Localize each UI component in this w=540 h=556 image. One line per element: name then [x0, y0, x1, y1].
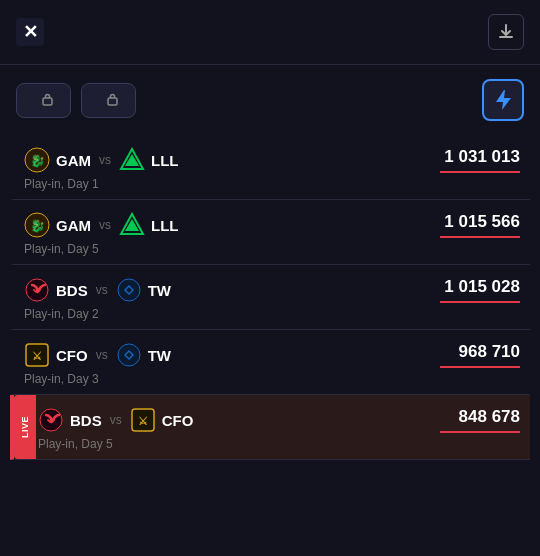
match-teams: 🐉 GAM vs LLL	[24, 212, 179, 238]
app-logo: ✕	[16, 18, 44, 46]
viewers-count: 848 678	[459, 407, 520, 427]
team2-logo	[116, 342, 142, 368]
match-row[interactable]: 🐉 GAM vs LLL 1 015 566 Play-in, Day 5	[10, 200, 530, 265]
match-row-inner: ⚔ CFO vs TW 968 710 Play-in, Day 3	[24, 342, 520, 386]
download-button[interactable]	[488, 14, 524, 50]
svg-text:⚔: ⚔	[138, 415, 148, 427]
svg-rect-3	[108, 98, 117, 105]
team2-name: CFO	[162, 412, 194, 429]
vs-label: vs	[96, 348, 108, 362]
match-day: Play-in, Day 2	[24, 307, 99, 321]
team2-name: LLL	[151, 152, 179, 169]
svg-marker-11	[125, 219, 139, 231]
match-row[interactable]: LIVE BDS vs ⚔ CFO 848 678	[10, 395, 530, 460]
match-row[interactable]: 🐉 GAM vs LLL 1 031 013 Play-in, Day 1	[10, 135, 530, 200]
team1-logo: 🐉	[24, 147, 50, 173]
viewers-bar	[440, 366, 520, 368]
match-day: Play-in, Day 1	[24, 177, 99, 191]
team1-name: BDS	[70, 412, 102, 429]
match-day: Play-in, Day 5	[24, 242, 99, 256]
svg-text:🐉: 🐉	[30, 153, 45, 168]
match-meta: Play-in, Day 5	[38, 437, 520, 451]
team1-logo: 🐉	[24, 212, 50, 238]
header: ✕	[0, 0, 540, 65]
vs-label: vs	[96, 283, 108, 297]
svg-marker-7	[125, 154, 139, 166]
match-meta: Play-in, Day 2	[24, 307, 520, 321]
viewers-count: 968 710	[459, 342, 520, 362]
match-day: Play-in, Day 3	[24, 372, 99, 386]
match-row-inner: 🐉 GAM vs LLL 1 031 013 Play-in, Day 1	[24, 147, 520, 191]
team2-logo: ⚔	[130, 407, 156, 433]
team2-name: TW	[148, 347, 171, 364]
match-list: 🐉 GAM vs LLL 1 031 013 Play-in, Day 1	[0, 135, 540, 460]
app-container: ✕	[0, 0, 540, 556]
team2-name: TW	[148, 282, 171, 299]
team1-name: BDS	[56, 282, 88, 299]
lightning-button[interactable]	[482, 79, 524, 121]
language-filter[interactable]	[16, 83, 71, 118]
match-meta: Play-in, Day 3	[24, 372, 520, 386]
match-teams: BDS vs ⚔ CFO	[38, 407, 193, 433]
team1-logo	[38, 407, 64, 433]
match-row[interactable]: BDS vs TW 1 015 028 Play-in, Day 2	[10, 265, 530, 330]
team2-name: LLL	[151, 217, 179, 234]
match-meta: Play-in, Day 5	[24, 242, 520, 256]
vs-label: vs	[99, 218, 111, 232]
match-row[interactable]: ⚔ CFO vs TW 968 710 Play-in, Day 3	[10, 330, 530, 395]
match-day: Play-in, Day 5	[38, 437, 113, 451]
match-meta: Play-in, Day 1	[24, 177, 520, 191]
team1-name: GAM	[56, 152, 91, 169]
viewers-bar	[440, 236, 520, 238]
match-main: BDS vs ⚔ CFO 848 678	[38, 407, 520, 433]
vs-label: vs	[99, 153, 111, 167]
viewers-bar	[440, 171, 520, 173]
viewers-wrapper: 968 710	[440, 342, 520, 368]
team1-logo: ⚔	[24, 342, 50, 368]
match-row-inner: BDS vs ⚔ CFO 848 678 Play-in, Day 5	[24, 407, 520, 451]
viewers-bar	[440, 431, 520, 433]
team2-logo	[116, 277, 142, 303]
viewers-count: 1 031 013	[444, 147, 520, 167]
svg-text:⚔: ⚔	[32, 350, 42, 362]
match-main: 🐉 GAM vs LLL 1 031 013	[24, 147, 520, 173]
live-badge: LIVE	[20, 416, 30, 438]
viewers-count: 1 015 566	[444, 212, 520, 232]
language-lock-icon	[41, 92, 54, 109]
match-row-inner: BDS vs TW 1 015 028 Play-in, Day 2	[24, 277, 520, 321]
svg-rect-2	[43, 98, 52, 105]
viewers-bar	[440, 301, 520, 303]
platform-lock-icon	[106, 92, 119, 109]
viewers-wrapper: 1 015 028	[440, 277, 520, 303]
match-main: ⚔ CFO vs TW 968 710	[24, 342, 520, 368]
platform-filter[interactable]	[81, 83, 136, 118]
viewers-count: 1 015 028	[444, 277, 520, 297]
viewers-wrapper: 1 015 566	[440, 212, 520, 238]
live-indicator: LIVE	[14, 395, 36, 459]
filters-bar	[0, 65, 540, 135]
svg-text:✕: ✕	[23, 22, 38, 42]
match-teams: ⚔ CFO vs TW	[24, 342, 171, 368]
viewers-wrapper: 848 678	[440, 407, 520, 433]
viewers-wrapper: 1 031 013	[440, 147, 520, 173]
vs-label: vs	[110, 413, 122, 427]
team1-logo	[24, 277, 50, 303]
match-row-inner: 🐉 GAM vs LLL 1 015 566 Play-in, Day 5	[24, 212, 520, 256]
team2-logo	[119, 212, 145, 238]
match-main: BDS vs TW 1 015 028	[24, 277, 520, 303]
team1-name: GAM	[56, 217, 91, 234]
match-main: 🐉 GAM vs LLL 1 015 566	[24, 212, 520, 238]
team1-name: CFO	[56, 347, 88, 364]
svg-text:🐉: 🐉	[30, 218, 45, 233]
match-teams: BDS vs TW	[24, 277, 171, 303]
match-teams: 🐉 GAM vs LLL	[24, 147, 179, 173]
team2-logo	[119, 147, 145, 173]
